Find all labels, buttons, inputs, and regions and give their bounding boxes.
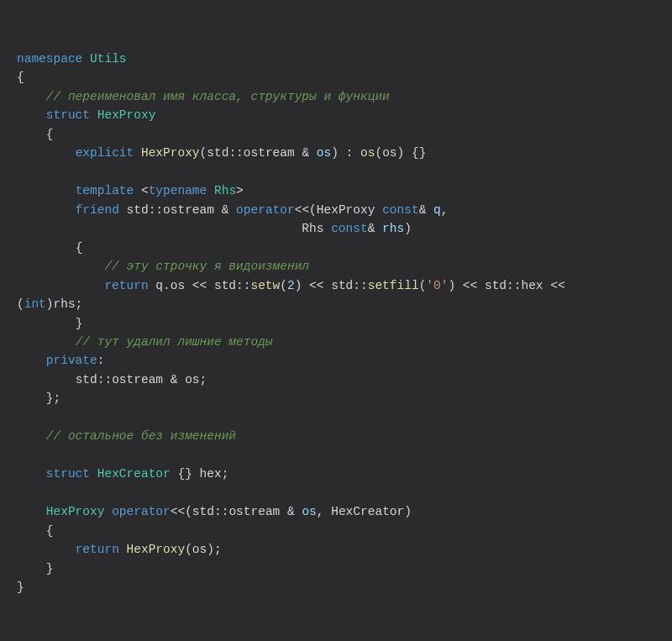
keyword-namespace: namespace [17,52,82,66]
keyword-struct: struct [46,467,90,481]
line-12: // эту строчку я видоизменил [17,260,309,273]
line-6: explicit HexProxy(std::ostream & os) : o… [17,146,426,160]
comment: // тут удалил лишние методы [76,335,273,349]
line-11: { [17,241,82,255]
line-13: return q.os << std::setw(2) << std::setf… [17,279,572,292]
line-14: } [17,317,82,330]
keyword-const: const [382,203,419,217]
identifier-hexcreator: HexCreator [97,467,171,481]
line-2: { [17,71,24,84]
ctor-hexproxy: HexProxy [141,146,200,160]
keyword-struct: struct [46,108,90,122]
keyword-private: private [46,354,97,367]
type-rhs: Rhs [214,184,236,197]
keyword-friend: friend [76,203,119,217]
keyword-operator: operator [236,203,295,217]
line-20: // остальное без изменений [17,429,236,443]
fn-setfill: setfill [368,279,419,292]
literal-2: 2 [287,279,295,292]
param-os: os [302,505,316,518]
comment: // эту строчку я видоизменил [104,260,309,273]
code-block: namespace Utils { // переименовал имя кл… [17,50,655,597]
fn-setw: setw [250,279,280,292]
return-type-hexproxy: HexProxy [46,505,112,518]
line-18: }; [17,391,60,405]
char-literal: '0' [426,279,448,292]
line-8: template <typename Rhs> [17,184,244,197]
keyword-typename: typename [149,184,207,197]
line-4: struct HexProxy [17,108,155,122]
keyword-int: int [24,297,46,311]
ctor-call-hexproxy: HexProxy [127,543,186,556]
keyword-const: const [331,222,368,235]
line-1: namespace Utils [17,52,127,66]
line-22: struct HexCreator {} hex; [17,467,228,481]
line-15: // тут удалил лишние методы [17,335,273,349]
init-os: os [360,146,375,160]
param-rhs: rhs [382,222,404,235]
line-27: } [17,562,54,575]
line-16: private: [17,354,104,367]
identifier-utils: Utils [90,52,127,66]
line-17: std::ostream & os; [17,373,207,386]
keyword-explicit: explicit [76,146,134,160]
identifier-hexproxy: HexProxy [97,108,156,122]
keyword-operator: operator [112,505,171,518]
keyword-return: return [76,543,119,556]
keyword-return: return [104,279,148,292]
param-os: os [317,146,331,160]
line-10: Rhs const& rhs) [17,222,412,235]
comment: // остальное без изменений [46,429,236,443]
param-q: q [433,203,441,217]
line-9: friend std::ostream & operator<<(HexProx… [17,203,448,217]
keyword-template: template [76,184,134,197]
line-24: HexProxy operator<<(std::ostream & os, H… [17,505,412,518]
line-13b: (int)rhs; [17,297,82,311]
line-28: } [17,581,24,594]
line-26: return HexProxy(os); [17,543,222,556]
line-3: // переименовал имя класса, структуры и … [17,90,390,103]
line-5: { [17,128,54,141]
comment: // переименовал имя класса, структуры и … [46,90,390,103]
line-25: { [17,524,54,538]
